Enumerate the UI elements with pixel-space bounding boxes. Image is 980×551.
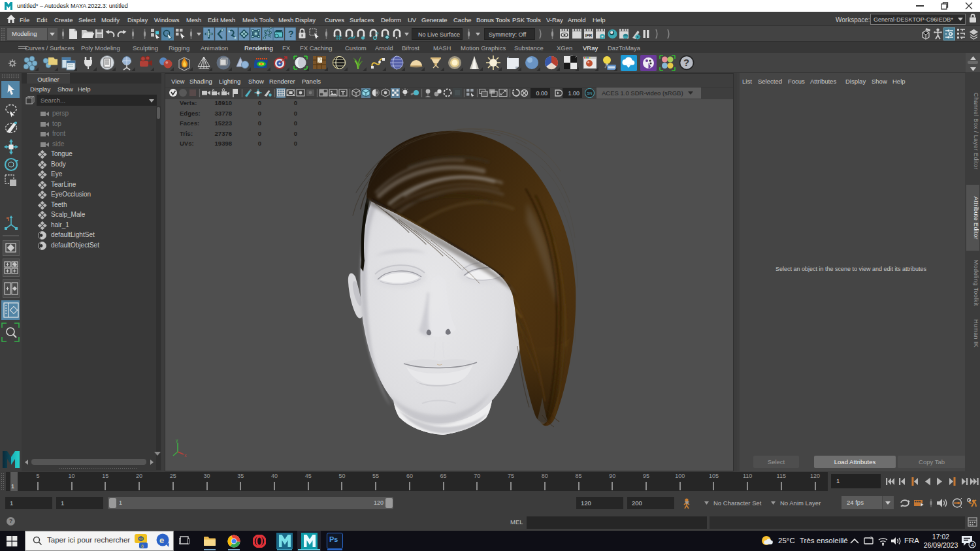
svg-text:Φ: Φ	[138, 535, 144, 543]
svg-text:?: ?	[288, 29, 294, 39]
svg-text:?: ?	[683, 57, 689, 68]
svg-text:e: e	[159, 535, 164, 545]
svg-text:4: 4	[971, 542, 974, 548]
svg-text:IPR: IPR	[585, 33, 592, 38]
svg-text:ö: ö	[141, 544, 144, 548]
